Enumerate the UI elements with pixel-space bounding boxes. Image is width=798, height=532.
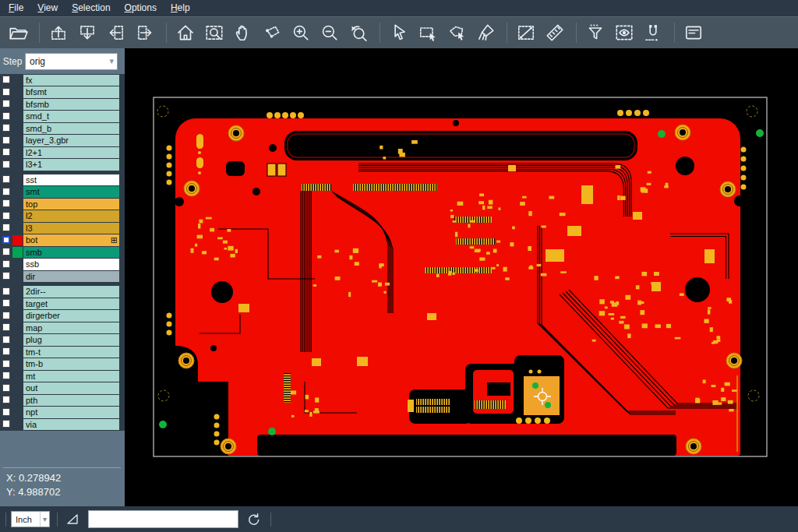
- step-select[interactable]: orig ▾: [25, 53, 118, 70]
- menu-item-view[interactable]: View: [30, 0, 65, 16]
- layer-row-dirgerber[interactable]: dirgerber: [0, 310, 125, 322]
- select-polygon-button[interactable]: [443, 19, 472, 46]
- layer-checkbox[interactable]: [2, 360, 10, 368]
- layer-checkbox[interactable]: [2, 212, 10, 220]
- layer-row-smt[interactable]: smt: [0, 186, 125, 199]
- layer-row-tm-t[interactable]: tm-t: [0, 346, 125, 358]
- layer-label: bfsmt: [23, 86, 119, 98]
- layer-label: smd_b: [23, 123, 119, 135]
- menu-item-file[interactable]: File: [2, 0, 30, 16]
- layer-checkbox[interactable]: [2, 396, 10, 403]
- layer-checkbox[interactable]: [2, 336, 10, 344]
- layer-checkbox[interactable]: [2, 323, 10, 331]
- layer-row-l3[interactable]: l3: [0, 222, 125, 234]
- command-input[interactable]: [88, 510, 238, 528]
- layer-row-bfsmt[interactable]: bfsmt: [0, 86, 125, 99]
- layer-row-l3+1[interactable]: l3+1: [0, 159, 125, 171]
- measure-button[interactable]: [513, 19, 542, 46]
- import-right-button[interactable]: [132, 19, 161, 46]
- layer-row-out[interactable]: out: [0, 382, 125, 395]
- menu-item-help[interactable]: Help: [164, 0, 197, 16]
- layer-checkbox[interactable]: [2, 100, 10, 107]
- select-button[interactable]: [386, 19, 415, 46]
- layer-checkbox[interactable]: [2, 372, 10, 379]
- layer-row-map[interactable]: map: [0, 322, 125, 334]
- layer-row-target[interactable]: target: [0, 298, 125, 310]
- layer-row-smb[interactable]: smb: [0, 246, 125, 259]
- layer-checkbox[interactable]: [2, 420, 10, 428]
- layer-color-swatch: [12, 99, 23, 110]
- layer-row-via[interactable]: via: [0, 418, 125, 431]
- layer-checkbox[interactable]: [2, 148, 10, 156]
- import-down-button[interactable]: [74, 19, 103, 46]
- layer-checkbox[interactable]: [2, 199, 10, 207]
- pcb-viewport[interactable]: [125, 48, 798, 506]
- zoom-in-button[interactable]: [288, 19, 316, 46]
- select-rect-button[interactable]: [415, 19, 443, 46]
- ruler-icon: [545, 23, 565, 43]
- ruler-button[interactable]: [542, 19, 570, 46]
- import-left-button[interactable]: [103, 19, 132, 46]
- import-up-button[interactable]: [45, 19, 74, 46]
- zoom-polygon-button[interactable]: [259, 19, 288, 46]
- layer-row-bfsmb[interactable]: bfsmb: [0, 98, 125, 111]
- layer-row-fx[interactable]: fx: [0, 74, 125, 86]
- layer-row-sst[interactable]: sst: [0, 174, 125, 186]
- layer-color-swatch: [12, 187, 23, 198]
- layer-row-mt[interactable]: mt: [0, 370, 125, 382]
- layer-row-plug[interactable]: plug: [0, 334, 125, 347]
- layer-row-pth[interactable]: pth: [0, 394, 125, 407]
- layer-checkbox[interactable]: [2, 248, 10, 255]
- layer-row-2dir--[interactable]: 2dir--: [0, 286, 125, 298]
- menu-item-selection[interactable]: Selection: [65, 0, 117, 16]
- home-button[interactable]: [172, 19, 201, 46]
- layer-checkbox[interactable]: [2, 347, 10, 355]
- layer-row-dir[interactable]: dir: [0, 270, 125, 283]
- layer-checkbox[interactable]: [2, 384, 10, 392]
- units-select[interactable]: Inch ▾: [11, 511, 50, 527]
- zoom-out-button[interactable]: [316, 19, 345, 46]
- pan-button[interactable]: [230, 19, 259, 46]
- layer-row-top[interactable]: top: [0, 198, 125, 210]
- layer-checkbox[interactable]: [2, 236, 10, 244]
- menu-item-options[interactable]: Options: [118, 0, 164, 16]
- layer-row-bot[interactable]: bot⊞: [0, 234, 125, 247]
- layer-row-smd_t[interactable]: smd_t: [0, 111, 125, 123]
- layer-checkbox[interactable]: [2, 112, 10, 120]
- refresh-icon[interactable]: [246, 513, 260, 527]
- zoom-previous-button[interactable]: [345, 19, 374, 46]
- layer-checkbox[interactable]: [2, 272, 10, 280]
- layer-checkbox[interactable]: [2, 299, 10, 307]
- layer-checkbox[interactable]: [2, 136, 10, 144]
- layer-row-smd_b[interactable]: smd_b: [0, 122, 125, 135]
- divider: [270, 513, 271, 527]
- layer-checkbox[interactable]: [2, 175, 10, 183]
- open-button[interactable]: [5, 19, 34, 46]
- snap-button[interactable]: [640, 19, 669, 46]
- layer-color-swatch: [12, 335, 23, 346]
- layer-checkbox[interactable]: [2, 312, 10, 319]
- filter-button[interactable]: [582, 19, 611, 46]
- layer-row-ssb[interactable]: ssb: [0, 259, 125, 271]
- layer-checkbox[interactable]: [2, 160, 10, 168]
- layer-label: l3: [23, 223, 119, 234]
- layer-row-l2[interactable]: l2: [0, 210, 125, 223]
- layer-row-layer_3.gbr[interactable]: layer_3.gbr: [0, 135, 125, 147]
- layer-checkbox[interactable]: [2, 124, 10, 132]
- view-options-button[interactable]: [611, 19, 640, 46]
- layer-checkbox[interactable]: [2, 260, 10, 268]
- layer-checkbox[interactable]: [2, 188, 10, 196]
- clear-button[interactable]: [472, 19, 501, 46]
- properties-panel-button[interactable]: [680, 19, 709, 46]
- layer-checkbox[interactable]: [2, 224, 10, 231]
- layer-row-l2+1[interactable]: l2+1: [0, 146, 125, 159]
- layer-checkbox[interactable]: [2, 88, 10, 96]
- matrix-icon: ⊞: [111, 234, 118, 245]
- layer-checkbox[interactable]: [2, 76, 10, 83]
- angle-measure-icon[interactable]: [65, 513, 79, 526]
- layer-checkbox[interactable]: [2, 287, 10, 295]
- layer-row-npt[interactable]: npt: [0, 407, 125, 419]
- layer-checkbox[interactable]: [2, 408, 10, 416]
- zoom-window-button[interactable]: [201, 19, 230, 46]
- layer-row-tm-b[interactable]: tm-b: [0, 358, 125, 371]
